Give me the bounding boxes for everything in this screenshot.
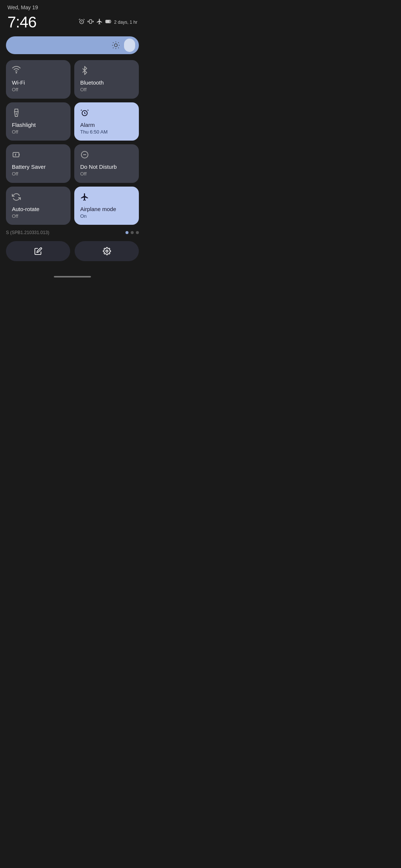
flashlight-sublabel: Off — [12, 129, 65, 135]
battery-saver-label: Battery Saver — [12, 164, 65, 170]
airplane-mode-sublabel: On — [80, 213, 133, 219]
edit-button[interactable] — [6, 241, 70, 261]
brightness-row[interactable] — [6, 36, 139, 54]
bluetooth-icon — [80, 66, 133, 79]
dnd-icon — [80, 150, 133, 164]
alarm-tile[interactable]: Alarm Thu 6:50 AM — [74, 102, 139, 141]
wifi-tile[interactable]: Wi-Fi Off — [6, 60, 71, 99]
airplane-mode-label: Airplane mode — [80, 206, 133, 213]
airplane-mode-icon — [80, 193, 133, 206]
action-buttons — [0, 238, 145, 269]
alarm-label: Alarm — [80, 122, 133, 128]
battery-saver-sublabel: Off — [12, 171, 65, 177]
status-icons: 2 days, 1 hr — [78, 18, 137, 26]
auto-rotate-icon — [12, 193, 65, 206]
brightness-icon — [111, 41, 120, 50]
date-display: Wed, May 19 — [7, 4, 38, 10]
wifi-label: Wi-Fi — [12, 79, 65, 86]
auto-rotate-tile[interactable]: Auto-rotate Off — [6, 187, 71, 225]
status-bar: Wed, May 19 — [0, 0, 145, 12]
alarm-sublabel: Thu 6:50 AM — [80, 129, 133, 135]
alarm-icon — [80, 108, 133, 122]
airplane-mode-tile[interactable]: Airplane mode On — [74, 187, 139, 225]
home-indicator — [0, 269, 145, 281]
svg-point-5 — [16, 72, 17, 73]
home-bar — [54, 276, 91, 277]
alarm-status-icon — [78, 18, 85, 26]
battery-text: 2 days, 1 hr — [114, 20, 137, 25]
battery-saver-icon — [12, 150, 65, 164]
brightness-slider[interactable] — [6, 36, 139, 54]
time-row: 7:46 — [0, 12, 145, 34]
battery-status-icon — [105, 18, 112, 26]
svg-rect-1 — [89, 20, 92, 24]
flashlight-tile[interactable]: Flashlight Off — [6, 102, 71, 141]
clock-display: 7:46 — [7, 13, 36, 31]
svg-point-14 — [106, 250, 108, 253]
wifi-sublabel: Off — [12, 87, 65, 93]
auto-rotate-sublabel: Off — [12, 213, 65, 219]
dnd-label: Do Not Disturb — [80, 164, 133, 170]
page-dot-1 — [125, 231, 128, 234]
page-dot-3 — [136, 231, 139, 234]
bottom-bar: S (SPB1.210331.013) — [0, 228, 145, 238]
edit-icon — [34, 247, 42, 255]
svg-rect-3 — [106, 20, 110, 23]
dnd-sublabel: Off — [80, 171, 133, 177]
flashlight-icon — [12, 108, 65, 122]
brightness-track — [124, 39, 135, 52]
page-dots — [125, 231, 139, 234]
quick-tiles-grid: Wi-Fi Off Bluetooth Off Flashlight Off — [0, 60, 145, 225]
settings-button[interactable] — [75, 241, 139, 261]
flashlight-label: Flashlight — [12, 122, 65, 128]
build-version: S (SPB1.210331.013) — [6, 230, 49, 235]
settings-icon — [103, 247, 111, 255]
battery-saver-tile[interactable]: Battery Saver Off — [6, 144, 71, 183]
dnd-tile[interactable]: Do Not Disturb Off — [74, 144, 139, 183]
auto-rotate-label: Auto-rotate — [12, 206, 65, 213]
svg-point-4 — [114, 44, 117, 47]
page-dot-2 — [131, 231, 134, 234]
bluetooth-sublabel: Off — [80, 87, 133, 93]
wifi-icon — [12, 66, 65, 79]
bluetooth-label: Bluetooth — [80, 79, 133, 86]
airplane-status-icon — [96, 18, 103, 26]
bluetooth-tile[interactable]: Bluetooth Off — [74, 60, 139, 99]
vibrate-status-icon — [87, 18, 94, 26]
